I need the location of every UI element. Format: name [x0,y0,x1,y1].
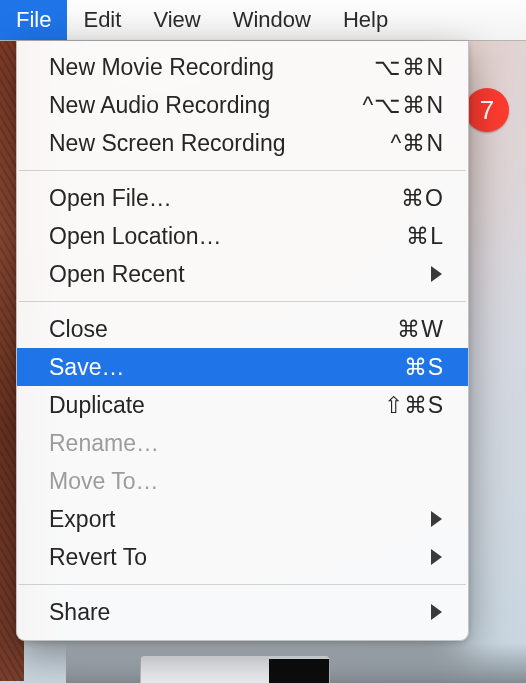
menu-item-label: Save… [49,354,354,381]
menubar-item-help[interactable]: Help [327,0,404,40]
menu-item-new-movie-recording[interactable]: New Movie Recording ⌥⌘N [17,48,468,86]
menu-item-open-recent[interactable]: Open Recent [17,255,468,293]
menu-separator [19,170,466,171]
menu-separator [19,301,466,302]
submenu-arrow-icon [431,604,442,620]
menu-item-close[interactable]: Close ⌘W [17,310,468,348]
menu-item-share[interactable]: Share [17,593,468,631]
menu-item-open-file[interactable]: Open File… ⌘O [17,179,468,217]
menu-item-label: Move To… [49,468,444,495]
notification-badge: 7 [465,88,509,132]
menubar-label: Edit [83,7,121,33]
menu-item-label: New Movie Recording [49,54,354,81]
background-window [140,655,330,683]
menu-item-label: Open Recent [49,261,431,288]
menu-item-shortcut: ^⌘N [354,130,444,157]
menubar-label: View [153,7,200,33]
menu-item-shortcut: ⌘W [354,316,444,343]
notification-badge-count: 7 [480,95,494,126]
menu-item-new-audio-recording[interactable]: New Audio Recording ^⌥⌘N [17,86,468,124]
menu-item-shortcut: ⌘L [354,223,444,250]
menu-item-shortcut: ⌘O [354,185,444,212]
menubar: File Edit View Window Help [0,0,526,41]
menu-item-label: Open Location… [49,223,354,250]
menubar-item-file[interactable]: File [0,0,67,40]
menu-item-save[interactable]: Save… ⌘S [17,348,468,386]
menu-item-revert-to[interactable]: Revert To [17,538,468,576]
menu-item-label: Share [49,599,431,626]
menu-item-move-to: Move To… [17,462,468,500]
menu-item-shortcut: ^⌥⌘N [354,92,444,119]
menu-item-duplicate[interactable]: Duplicate ⇧⌘S [17,386,468,424]
menu-item-open-location[interactable]: Open Location… ⌘L [17,217,468,255]
menu-item-label: New Screen Recording [49,130,354,157]
file-menu-dropdown: New Movie Recording ⌥⌘N New Audio Record… [16,41,469,641]
menu-item-shortcut: ⇧⌘S [354,392,444,419]
submenu-arrow-icon [431,511,442,527]
menu-item-label: Export [49,506,431,533]
menu-item-label: Close [49,316,354,343]
menubar-item-edit[interactable]: Edit [67,0,137,40]
menu-item-shortcut: ⌥⌘N [354,54,444,81]
menu-item-label: Revert To [49,544,431,571]
menu-separator [19,584,466,585]
menu-item-label: New Audio Recording [49,92,354,119]
menu-item-label: Rename… [49,430,444,457]
submenu-arrow-icon [431,549,442,565]
menubar-label: File [16,7,51,33]
menu-item-label: Duplicate [49,392,354,419]
menubar-item-window[interactable]: Window [217,0,327,40]
menubar-label: Help [343,7,388,33]
menu-item-rename: Rename… [17,424,468,462]
menubar-item-view[interactable]: View [137,0,216,40]
menu-item-export[interactable]: Export [17,500,468,538]
menu-item-new-screen-recording[interactable]: New Screen Recording ^⌘N [17,124,468,162]
submenu-arrow-icon [431,266,442,282]
menubar-label: Window [233,7,311,33]
menu-item-shortcut: ⌘S [354,354,444,381]
menu-item-label: Open File… [49,185,354,212]
